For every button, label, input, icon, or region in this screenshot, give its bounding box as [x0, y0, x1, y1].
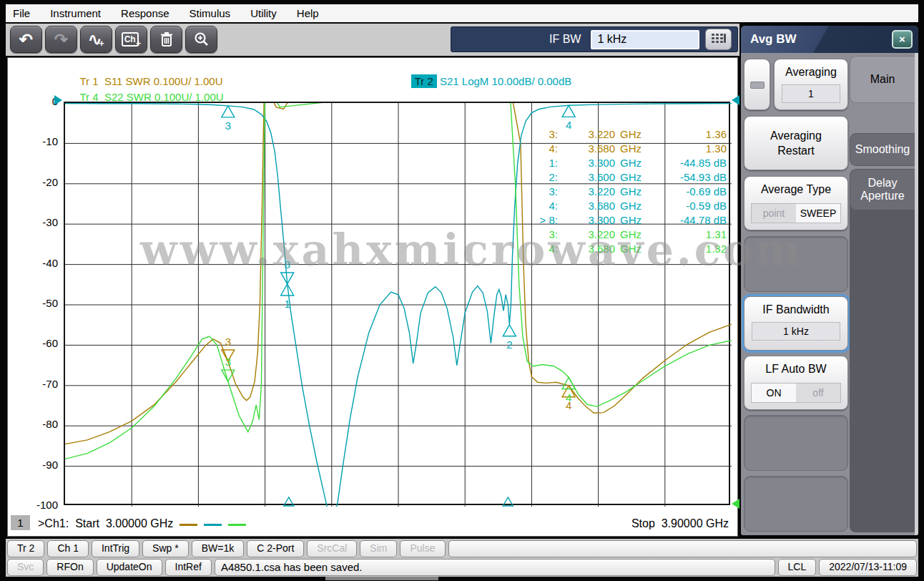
panel-title: Avg BW: [750, 32, 797, 47]
status-button-swp[interactable]: Swp *: [142, 540, 189, 557]
averaging-value: 1: [782, 84, 840, 103]
keypad-icon: [710, 32, 727, 47]
tr4-ref-arrow-right: [732, 499, 739, 509]
undo-button[interactable]: ↶: [10, 26, 42, 53]
add-channel-button[interactable]: Ch +: [115, 26, 147, 53]
y-tick-label: -100: [19, 499, 58, 511]
y-tick-label: -10: [19, 135, 58, 147]
menu-item-response[interactable]: Response: [121, 7, 169, 19]
status-button-bw-1k[interactable]: BW=1k: [192, 540, 245, 557]
scrollbar-thumb[interactable]: [325, 577, 438, 580]
delete-button[interactable]: [150, 26, 182, 53]
trash-icon: [159, 31, 174, 47]
magnifier-plus-icon: [194, 31, 210, 47]
average-type-sweep-option[interactable]: SWEEP: [796, 204, 840, 223]
lf-auto-bw-label: LF Auto BW: [744, 363, 847, 376]
svg-text:1: 1: [284, 298, 290, 310]
averaging-softkey[interactable]: Averaging 1: [774, 59, 848, 110]
channel-label: >Ch1:: [38, 517, 69, 530]
plus-icon: +: [136, 38, 142, 49]
add-trace-button[interactable]: ∿ +: [80, 26, 112, 53]
if-bandwidth-softkey[interactable]: IF Bandwidth 1 kHz: [744, 296, 848, 351]
panel-close-button[interactable]: ×: [892, 30, 913, 49]
toggle-pill-icon: [750, 82, 765, 89]
tr2-ref-arrow-right: [732, 95, 739, 105]
averaging-onoff-toggle[interactable]: [744, 59, 770, 110]
status-button-c-2-port[interactable]: C 2-Port: [247, 540, 304, 557]
tr2-color-dash: [204, 524, 222, 526]
redo-button[interactable]: ↷: [45, 26, 77, 53]
averaging-label: Averaging: [775, 66, 847, 79]
status-button-inttrig[interactable]: IntTrig: [92, 540, 139, 557]
channel-badge: 1: [11, 515, 30, 530]
averaging-restart-softkey[interactable]: Averaging Restart: [744, 116, 848, 170]
tr1-color-dash: [180, 524, 197, 526]
status-button-updateon[interactable]: UpdateOn: [97, 559, 162, 576]
lf-auto-bw-softkey[interactable]: LF Auto BW ON off: [744, 356, 848, 410]
svg-text:8: 8: [284, 258, 290, 270]
panel-edge-strip: [915, 53, 918, 535]
blank-softkey-1: [744, 236, 848, 292]
menu-item-stimulus[interactable]: Stimulus: [190, 7, 231, 19]
y-tick-label: -60: [19, 337, 58, 349]
lf-auto-bw-on-option[interactable]: ON: [752, 384, 796, 402]
status-button-intref[interactable]: IntRef: [165, 559, 212, 576]
status-button-srccal[interactable]: SrcCal: [307, 540, 357, 557]
tab-main[interactable]: Main: [850, 56, 915, 103]
chart-area: Tr 1 S11 SWR 0.100U/ 1.00U Tr 2 S21 LogM…: [7, 57, 738, 537]
y-tick-label: -20: [19, 176, 58, 188]
marker-row: 3:3.220GHz1.36: [525, 127, 727, 142]
zoom-button[interactable]: [185, 26, 217, 53]
status-button-rfon[interactable]: RFOn: [46, 559, 93, 576]
status-bar: Tr 2Ch 1IntTrigSwp *BW=1kC 2-PortSrcCalS…: [6, 539, 918, 577]
if-bandwidth-value: 1 kHz: [752, 322, 840, 341]
status-button-ch-1[interactable]: Ch 1: [47, 540, 89, 557]
menu-item-help[interactable]: Help: [297, 7, 319, 19]
average-type-label: Average Type: [744, 183, 847, 196]
status-button-svc[interactable]: Svc: [7, 559, 44, 576]
ifbw-input[interactable]: [591, 30, 699, 49]
status-row-2: SvcRFOnUpdateOnIntRefA4850.1.csa has bee…: [7, 559, 917, 576]
marker-row: 1:3.300GHz-44.85 dB: [525, 156, 727, 170]
stop-label: Stop: [631, 517, 655, 529]
y-tick-label: -90: [19, 459, 58, 471]
menu-item-instrument[interactable]: Instrument: [50, 7, 101, 19]
status-message: A4850.1.csa has been saved.: [215, 559, 775, 576]
start-label: Start: [75, 517, 99, 530]
tr2-ref-arrow-left: [54, 95, 62, 105]
trace2-legend[interactable]: Tr 2 S21 LogM 10.00dB/ 0.00dB: [399, 63, 571, 99]
undo-icon: ↶: [19, 31, 33, 48]
y-tick-label: -80: [19, 418, 58, 430]
averaging-restart-label: Averaging Restart: [744, 128, 847, 158]
status-button-tr-2[interactable]: Tr 2: [7, 540, 44, 557]
status-button-sim[interactable]: Sim: [360, 540, 397, 557]
marker-row: 4:3.680GHz1.32: [525, 242, 727, 256]
marker-row: 3:3.220GHz1.31: [525, 228, 727, 242]
trace2-label-selected: Tr 2: [411, 74, 437, 88]
panel-tabs-backdrop: [850, 185, 915, 532]
marker-row: 4:3.680GHz1.30: [525, 142, 727, 156]
ifbw-entry-bar: IF BW: [451, 26, 738, 52]
status-button-2022-07-13-11-09[interactable]: 2022/07/13-11:09: [819, 559, 917, 576]
menu-item-utility[interactable]: Utility: [250, 7, 277, 19]
marker-row: > 8:3.300GHz-44.78 dB: [525, 213, 727, 228]
marker-row: 2:3.600GHz-54.93 dB: [525, 170, 727, 185]
tab-smoothing[interactable]: Smoothing: [850, 133, 915, 166]
y-tick-label: -50: [19, 297, 58, 309]
y-tick-label: -40: [19, 257, 58, 269]
menu-bar: FileInstrumentResponseStimulusUtilityHel…: [6, 4, 918, 22]
tab-delay-aperture[interactable]: Delay Aperture: [850, 169, 915, 210]
svg-text:4: 4: [566, 391, 571, 404]
keypad-button[interactable]: [705, 29, 732, 50]
status-button-lcl[interactable]: LCL: [778, 559, 817, 576]
average-type-softkey[interactable]: Average Type point SWEEP: [744, 176, 848, 230]
status-button-pulse[interactable]: Pulse: [400, 540, 445, 557]
stimulus-stop-readout: Stop 3.90000 GHz: [631, 517, 729, 530]
menu-item-file[interactable]: File: [13, 7, 30, 19]
y-tick-label: -30: [19, 216, 58, 228]
status-row-1: Tr 2Ch 1IntTrigSwp *BW=1kC 2-PortSrcCalS…: [7, 540, 917, 557]
average-type-point-option[interactable]: point: [752, 204, 796, 223]
svg-text:3: 3: [225, 356, 231, 368]
lf-auto-bw-off-option[interactable]: off: [796, 384, 840, 402]
marker-row: 4:3.680GHz-0.59 dB: [525, 199, 727, 213]
